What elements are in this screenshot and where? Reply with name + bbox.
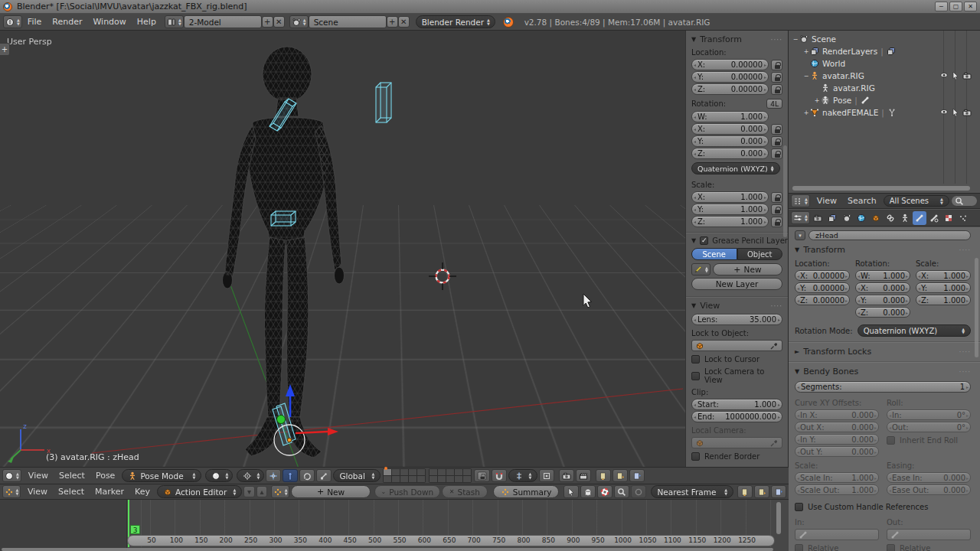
add-scene-button[interactable]: + <box>387 16 398 28</box>
layer-cell[interactable] <box>409 469 416 475</box>
np-rotation-w[interactable]: W:1.000 <box>691 111 769 122</box>
layer-cell[interactable] <box>392 476 400 482</box>
paste-flipped-keyframes-button[interactable] <box>771 485 786 498</box>
bendy-inx[interactable]: In X:0.000 <box>795 409 879 420</box>
restrict-view-icon[interactable] <box>939 109 949 116</box>
frame-snap-select[interactable]: Nearest Frame▲▼ <box>651 485 733 498</box>
view3d-menu-view[interactable]: View <box>28 471 48 481</box>
panel-header-view[interactable]: ▼View···· <box>691 301 782 311</box>
lock-icon[interactable] <box>771 148 782 159</box>
tab-scene[interactable] <box>840 211 854 225</box>
hip-bone[interactable] <box>276 211 296 222</box>
outliner-menu-search[interactable]: Search <box>848 196 877 206</box>
bendy-iny[interactable]: In Y:0.000 <box>795 434 879 445</box>
manipulator-toggle-button[interactable] <box>266 469 281 482</box>
lock-icon[interactable] <box>771 60 782 70</box>
bendy-outy[interactable]: Out Y:0.000 <box>795 446 879 457</box>
np-scale-x[interactable]: X:1.000 <box>691 191 769 203</box>
outliner-menu-view[interactable]: View <box>817 196 837 206</box>
bendy-in[interactable]: In:0° <box>887 409 971 420</box>
bendy-scalein[interactable]: Scale In:1.000 <box>795 472 879 483</box>
transform-orientation-select[interactable]: Global▲▼ <box>333 469 381 482</box>
bone-name-field[interactable]: zHead <box>808 230 971 240</box>
scene-browse-button[interactable]: ▲▼ <box>289 15 309 28</box>
tab-scene[interactable]: Scene <box>691 248 737 260</box>
action-prev-button[interactable]: ▾ <box>243 486 254 497</box>
layer-cell[interactable] <box>430 469 437 475</box>
outliner-item-pose[interactable]: +Pose| <box>789 94 980 106</box>
viewport-3d[interactable]: z x User Persp + (3) avatar.RIG : zHead … <box>0 31 789 467</box>
bone-rotation-y[interactable]: Y:0.000 <box>855 295 910 305</box>
layer-cell[interactable] <box>446 476 454 482</box>
only-errors-button[interactable] <box>597 485 612 498</box>
lock-icon[interactable] <box>771 192 782 203</box>
rotation-mode-select[interactable]: Quaternion (WXYZ)▲▼ <box>691 162 780 174</box>
dope-menu-key[interactable]: Key <box>135 487 150 497</box>
inherit-end-roll-checkbox[interactable] <box>887 436 895 445</box>
np-clip-start[interactable]: Start:1.000 <box>691 399 782 410</box>
filter-dopesheet-button[interactable] <box>631 485 646 498</box>
copy-pose-button[interactable] <box>596 469 611 482</box>
lens-field[interactable]: Lens:35.000 <box>691 314 782 325</box>
lock-to-scene-button[interactable] <box>474 469 490 482</box>
window-titlebar[interactable]: Blender* [F:\Social\IMVU\avatar\jazzkat_… <box>0 0 980 14</box>
relative-checkbox[interactable] <box>795 544 803 551</box>
outliner-scope-select[interactable]: All Scenes▲▼ <box>884 195 949 207</box>
expander-icon[interactable]: − <box>792 36 799 43</box>
np-rotation-y[interactable]: Y:0.000 <box>691 135 769 147</box>
lock-icon[interactable] <box>771 217 782 227</box>
outliner-scrollbar[interactable] <box>792 186 970 191</box>
bone-rotation-x[interactable]: X:0.000 <box>855 282 910 293</box>
restrict-view-icon[interactable] <box>939 72 949 80</box>
dope-menu-select[interactable]: Select <box>58 487 84 497</box>
translate-manipulator-button[interactable] <box>283 469 298 482</box>
delete-screen-button[interactable]: ✕ <box>273 16 285 28</box>
tab-particles[interactable] <box>956 211 970 225</box>
horizontal-scrollbar[interactable] <box>2 548 773 551</box>
push-down-button[interactable]: ⌄Push Down <box>374 485 440 498</box>
layer-cell[interactable] <box>400 469 408 475</box>
lock-icon[interactable] <box>771 84 782 95</box>
breadcrumb-expand-button[interactable]: ▾ <box>795 230 805 240</box>
layer-cell[interactable] <box>463 476 471 482</box>
copy-keyframes-button[interactable] <box>737 485 753 498</box>
bendy-scaleout[interactable]: Scale Out:1.000 <box>795 484 879 495</box>
np-scale-y[interactable]: Y:1.000 <box>691 204 769 215</box>
bendy-outx[interactable]: Out X:0.000 <box>795 422 879 432</box>
outliner-item-avatar-rig[interactable]: avatar.RIG <box>789 82 980 94</box>
pivot-point-select[interactable]: ▲▼ <box>237 469 264 482</box>
frame-ruler[interactable]: 5010015020025030035040045050055060065070… <box>127 535 775 546</box>
outliner-item-renderlayers[interactable]: +RenderLayers| <box>789 45 980 57</box>
layer-cell[interactable] <box>455 469 462 475</box>
add-screen-button[interactable]: + <box>262 16 273 28</box>
tab-object[interactable]: Object <box>737 248 783 260</box>
vertical-scrollbar[interactable] <box>776 502 781 534</box>
tab-bone-constraints[interactable] <box>927 211 941 225</box>
relative-checkbox[interactable] <box>887 544 895 551</box>
minimize-button[interactable]: ─ <box>935 2 948 11</box>
restrict-render-icon[interactable] <box>962 71 972 80</box>
opengl-render-button[interactable] <box>559 469 574 482</box>
bone-scale-y[interactable]: Y:1.000 <box>916 282 971 293</box>
bone-rotation-w[interactable]: W:1.000 <box>855 270 910 281</box>
layer-cell[interactable] <box>384 469 391 475</box>
outliner-item-nakedfemale[interactable]: +nakedFEMALE| <box>789 106 980 119</box>
view3d-menu-select[interactable]: Select <box>59 471 85 481</box>
only-selected-button[interactable] <box>564 485 579 498</box>
screen-browse-button[interactable]: ▲▼ <box>165 15 184 28</box>
mode-select[interactable]: Pose Mode▲▼ <box>122 469 201 482</box>
new-action-button[interactable]: +New <box>291 485 371 498</box>
bendy-out[interactable]: Out:0° <box>887 422 971 432</box>
summary-toggle[interactable]: Summary <box>493 485 560 498</box>
layer-grid-2[interactable] <box>429 468 472 483</box>
bone-rotation-mode-select[interactable]: Quaternion (WXYZ)▲▼ <box>858 324 971 337</box>
viewport-shading-select[interactable]: ▲▼ <box>205 469 233 482</box>
panel-header-transform-locks[interactable]: ►Transform Locks···· <box>795 347 971 357</box>
layer-cell[interactable] <box>438 476 446 482</box>
paste-keyframes-button[interactable] <box>754 485 769 498</box>
stash-button[interactable]: ✕Stash <box>442 485 488 498</box>
tab-physics[interactable] <box>942 211 956 225</box>
lock-to-object-field[interactable] <box>691 340 782 351</box>
render-engine-select[interactable]: Blender Render▲▼ <box>416 15 495 28</box>
handle-bone-field[interactable] <box>887 529 971 540</box>
